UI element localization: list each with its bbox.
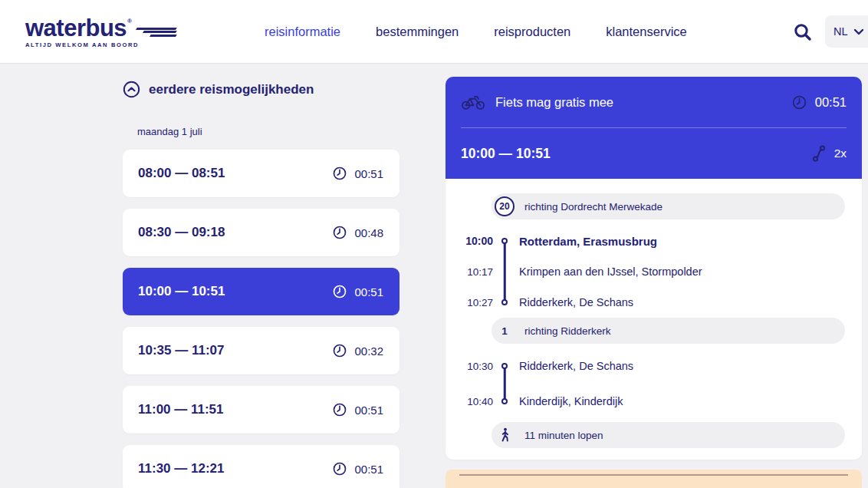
summary-row: 10:00 — 10:51 2x	[461, 128, 847, 179]
earlier-options-label: eerdere reismogelijkheden	[149, 82, 314, 97]
option-time-range: 10:35 — 11:07	[138, 343, 224, 358]
option-duration: 00:51	[354, 285, 383, 298]
stop-time: 10:30	[461, 361, 493, 372]
journey-option[interactable]: 08:00 — 08:51 00:51	[123, 150, 399, 197]
bike-free-label: Fiets mag gratis mee	[495, 95, 613, 110]
walking-person-icon	[495, 427, 515, 443]
line-number-badge: 1	[495, 325, 515, 337]
main-nav: reisinformatie bestemmingen reisproducte…	[265, 0, 687, 64]
registered-mark: ®	[127, 18, 132, 25]
stop-row: 10:00 Rotterdam, Erasmusbrug	[461, 226, 847, 256]
top-navigation-bar: waterbus ® ALTIJD WELKOM AAN BOORD reisi…	[0, 0, 868, 64]
selected-time-range: 10:00 — 10:51	[461, 146, 551, 162]
clock-icon	[332, 343, 347, 358]
stop-row: 10:40 Kinderdijk, Kinderdijk	[461, 384, 847, 419]
stop-marker-icon	[493, 256, 516, 287]
clock-icon	[332, 166, 347, 181]
detail-banner: Fiets mag gratis mee 00:51 10:00 — 10:51	[446, 77, 862, 179]
option-time-range: 08:30 — 09:18	[138, 225, 225, 240]
option-duration: 00:51	[354, 463, 383, 476]
timeline-segment-1: 10:00 Rotterdam, Erasmusbrug 10:17 Krimp…	[461, 226, 847, 318]
waves-icon	[136, 28, 176, 37]
option-time-range: 08:00 — 08:51	[138, 166, 225, 181]
option-time-range: 11:30 — 12:21	[138, 461, 224, 476]
nav-klantenservice[interactable]: klantenservice	[606, 25, 686, 39]
timeline-segment-2: 10:30 Ridderkerk, De Schans 10:40 Kinder…	[461, 348, 847, 419]
clock-icon	[332, 402, 347, 417]
walk-duration: 11 minuten lopen	[524, 430, 603, 441]
stop-time: 10:40	[461, 396, 493, 407]
line-number-badge: 20	[495, 196, 515, 216]
stop-marker-icon	[493, 348, 516, 384]
waterbus-logo[interactable]: waterbus ® ALTIJD WELKOM AAN BOORD	[25, 16, 176, 48]
stop-name: Rotterdam, Erasmusbrug	[519, 235, 657, 248]
walk-pill: 11 minuten lopen	[492, 422, 845, 448]
results-panel: eerdere reismogelijkheden maandag 1 juli…	[123, 81, 399, 488]
clock-icon	[791, 94, 807, 110]
route-direction: richting Ridderkerk	[524, 325, 611, 337]
stop-row: 10:30 Ridderkerk, De Schans	[461, 348, 847, 384]
option-duration: 00:51	[354, 404, 383, 417]
stop-marker-icon	[493, 287, 516, 318]
nav-bestemmingen[interactable]: bestemmingen	[376, 25, 459, 39]
total-duration: 00:51	[815, 95, 847, 110]
earlier-options-toggle[interactable]: eerdere reismogelijkheden	[123, 81, 399, 98]
journey-option-list: 08:00 — 08:51 00:51 08:30 — 09:18 00:48 …	[123, 150, 399, 488]
nav-reisinformatie[interactable]: reisinformatie	[265, 25, 340, 39]
clock-icon	[332, 284, 347, 299]
option-duration: 00:32	[354, 345, 383, 358]
journey-option[interactable]: 11:30 — 12:21 00:51	[123, 445, 399, 488]
transfer-count: 2x	[834, 147, 847, 160]
option-duration: 00:48	[354, 226, 383, 239]
stop-name: Ridderkerk, De Schans	[519, 360, 633, 372]
language-value: NL	[833, 25, 848, 38]
option-time-range: 10:00 — 10:51	[138, 284, 225, 299]
bicycle-icon	[461, 94, 485, 110]
collapsed-price-section[interactable]	[446, 470, 862, 488]
journey-option[interactable]: 08:30 — 09:18 00:48	[123, 209, 399, 256]
route-pill-line-1: 1 richting Ridderkerk	[492, 318, 845, 344]
stop-name: Kinderdijk, Kinderdijk	[519, 395, 623, 407]
search-icon[interactable]	[792, 21, 814, 43]
logo-brand-text: waterbus	[25, 16, 127, 40]
chevron-up-circle-icon	[123, 81, 140, 98]
stop-row: 10:27 Ridderkerk, De Schans	[461, 287, 847, 318]
collapsed-section-divider	[459, 474, 848, 476]
journey-option[interactable]: 11:00 — 11:51 00:51	[123, 386, 399, 434]
stop-marker-icon	[493, 226, 516, 256]
nav-reisproducten[interactable]: reisproducten	[494, 25, 570, 39]
journey-detail-panel: Fiets mag gratis mee 00:51 10:00 — 10:51	[446, 77, 862, 488]
option-duration: 00:51	[354, 167, 383, 180]
journey-timeline: 20 richting Dordrecht Merwekade 10:00 Ro…	[446, 179, 862, 460]
logo-tagline: ALTIJD WELKOM AAN BOORD	[25, 41, 176, 48]
clock-icon	[332, 461, 347, 476]
date-label: maandag 1 juli	[137, 126, 399, 137]
clock-icon	[332, 225, 347, 240]
transfers-icon	[811, 144, 827, 163]
route-direction: richting Dordrecht Merwekade	[524, 201, 663, 213]
journey-option[interactable]: 10:35 — 11:07 00:32	[123, 327, 399, 374]
chevron-down-icon	[853, 28, 864, 35]
stop-name: Krimpen aan den IJssel, Stormpolder	[519, 265, 702, 278]
option-time-range: 11:00 — 11:51	[138, 402, 224, 417]
journey-detail-card: Fiets mag gratis mee 00:51 10:00 — 10:51	[446, 77, 862, 460]
journey-option-selected[interactable]: 10:00 — 10:51 00:51	[123, 268, 399, 315]
bike-info-row: Fiets mag gratis mee 00:51	[461, 77, 847, 127]
stop-name: Ridderkerk, De Schans	[519, 296, 633, 308]
stop-row: 10:17 Krimpen aan den IJssel, Stormpolde…	[461, 256, 847, 287]
stop-marker-icon	[493, 384, 516, 419]
language-selector[interactable]: NL	[825, 15, 868, 48]
stop-time: 10:27	[461, 297, 493, 308]
stop-time: 10:17	[461, 266, 493, 278]
route-pill-line-20: 20 richting Dordrecht Merwekade	[492, 193, 845, 219]
stop-time: 10:00	[461, 235, 493, 247]
page: waterbus ® ALTIJD WELKOM AAN BOORD reisi…	[0, 0, 868, 488]
